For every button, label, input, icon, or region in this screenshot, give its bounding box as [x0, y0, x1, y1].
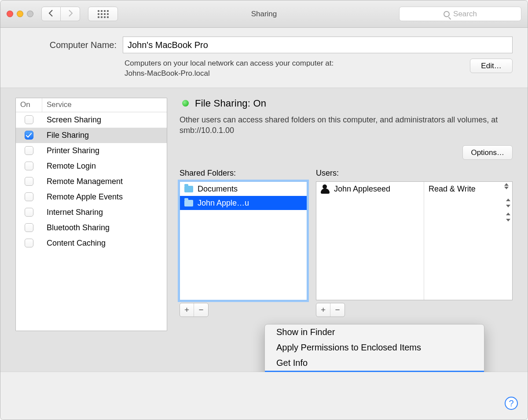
service-row[interactable]: Remote Apple Events: [16, 189, 167, 205]
service-label: Remote Apple Events: [42, 192, 123, 202]
folder-icon: [184, 186, 193, 192]
sharing-main: On Service Screen SharingFile SharingPri…: [0, 88, 528, 372]
chevron-up-icon: [504, 183, 509, 186]
service-row[interactable]: Content Caching: [16, 236, 167, 251]
show-all-button[interactable]: [88, 7, 118, 21]
service-label: Internet Sharing: [42, 208, 103, 217]
service-label: Content Caching: [42, 239, 106, 248]
service-label: Remote Management: [42, 177, 123, 186]
minimize-icon[interactable]: [17, 11, 23, 17]
context-menu-item[interactable]: Apply Permissions to Enclosed Items: [265, 340, 484, 355]
chevron-right-icon: [68, 10, 73, 18]
status-title: File Sharing: On: [195, 98, 266, 109]
folder-name: Documents: [198, 184, 238, 194]
shared-folders-list[interactable]: DocumentsJohn Apple…u: [180, 181, 307, 300]
traffic-lights: [7, 11, 33, 17]
service-checkbox[interactable]: [25, 177, 33, 186]
context-menu-item[interactable]: Get Info: [265, 355, 484, 371]
status-indicator-icon: [182, 100, 189, 107]
permission-cell[interactable]: Read & Write: [424, 182, 512, 196]
users-label: Users:: [316, 169, 513, 178]
service-row[interactable]: Printer Sharing: [16, 143, 167, 158]
col-header-service[interactable]: Service: [42, 98, 76, 112]
services-table: On Service Screen SharingFile SharingPri…: [15, 98, 167, 331]
chevron-up-icon[interactable]: [506, 199, 510, 201]
back-button[interactable]: [41, 7, 61, 21]
remove-folder-button[interactable]: −: [194, 303, 208, 317]
service-row[interactable]: Internet Sharing: [16, 205, 167, 220]
user-name: John Appleseed: [334, 184, 390, 194]
services-header: On Service: [16, 98, 167, 112]
search-input[interactable]: Search: [399, 7, 521, 21]
grid-icon: [98, 10, 109, 18]
window-footer: ?: [0, 372, 528, 420]
service-label: Printer Sharing: [42, 146, 99, 155]
chevron-left-icon: [48, 10, 54, 18]
titlebar: Sharing Search: [0, 0, 528, 28]
service-checkbox[interactable]: [25, 131, 33, 140]
service-row[interactable]: Remote Management: [16, 174, 167, 189]
permissions-scroll: [506, 199, 510, 221]
forward-button[interactable]: [61, 7, 80, 21]
permission-value: Read & Write: [429, 184, 476, 194]
add-user-button[interactable]: +: [316, 303, 330, 317]
close-icon[interactable]: [7, 11, 13, 17]
permission-stepper[interactable]: [502, 183, 510, 189]
chevron-down-icon[interactable]: [506, 205, 510, 207]
computer-name-label: Computer Name:: [15, 40, 117, 50]
service-checkbox[interactable]: [25, 162, 33, 170]
service-label: File Sharing: [42, 131, 89, 140]
shared-folders-label: Shared Folders:: [180, 169, 307, 178]
computer-name-section: Computer Name: Computers on your local n…: [0, 28, 528, 88]
edit-button[interactable]: Edit…: [470, 59, 513, 73]
service-checkbox[interactable]: [25, 146, 33, 155]
service-label: Bluetooth Sharing: [42, 223, 110, 232]
options-button[interactable]: Options…: [462, 145, 513, 160]
status-description: Other users can access shared folders on…: [180, 114, 513, 136]
search-placeholder: Search: [453, 10, 477, 18]
sharing-preferences-window: Sharing Search Computer Name: Computers …: [0, 0, 528, 420]
chevron-up-icon[interactable]: [506, 213, 510, 215]
computer-name-field[interactable]: [123, 37, 513, 53]
service-checkbox[interactable]: [25, 192, 33, 201]
computer-name-description: Computers on your local network can acce…: [125, 59, 334, 79]
service-row[interactable]: Screen Sharing: [16, 112, 167, 128]
folder-icon: [184, 200, 193, 206]
context-menu-item[interactable]: Show in Finder: [265, 324, 484, 340]
service-checkbox[interactable]: [25, 208, 33, 217]
service-checkbox[interactable]: [25, 115, 33, 124]
service-checkbox[interactable]: [25, 223, 33, 232]
users-add-remove: + −: [316, 303, 345, 317]
folder-name: John Apple…u: [198, 199, 249, 208]
chevron-down-icon: [504, 187, 509, 189]
service-row[interactable]: File Sharing: [16, 128, 167, 143]
user-icon: [321, 184, 330, 193]
add-folder-button[interactable]: +: [180, 303, 194, 317]
shared-folder-item[interactable]: John Apple…u: [180, 196, 307, 210]
zoom-icon[interactable]: [27, 11, 33, 17]
service-row[interactable]: Remote Login: [16, 158, 167, 174]
users-list[interactable]: John Appleseed Read & Write: [316, 181, 513, 300]
shared-folder-item[interactable]: Documents: [180, 182, 307, 196]
nav-buttons: [41, 7, 80, 21]
status-row: File Sharing: On: [180, 98, 513, 109]
service-checkbox[interactable]: [25, 239, 33, 247]
remove-user-button[interactable]: −: [330, 303, 345, 317]
folders-add-remove: + −: [180, 303, 209, 317]
chevron-down-icon[interactable]: [506, 219, 510, 221]
col-header-on[interactable]: On: [16, 98, 42, 112]
search-icon: [444, 11, 450, 17]
help-button[interactable]: ?: [505, 397, 518, 410]
service-label: Remote Login: [42, 162, 96, 171]
service-row[interactable]: Bluetooth Sharing: [16, 220, 167, 236]
service-label: Screen Sharing: [42, 115, 101, 125]
user-row[interactable]: John Appleseed: [316, 182, 424, 196]
